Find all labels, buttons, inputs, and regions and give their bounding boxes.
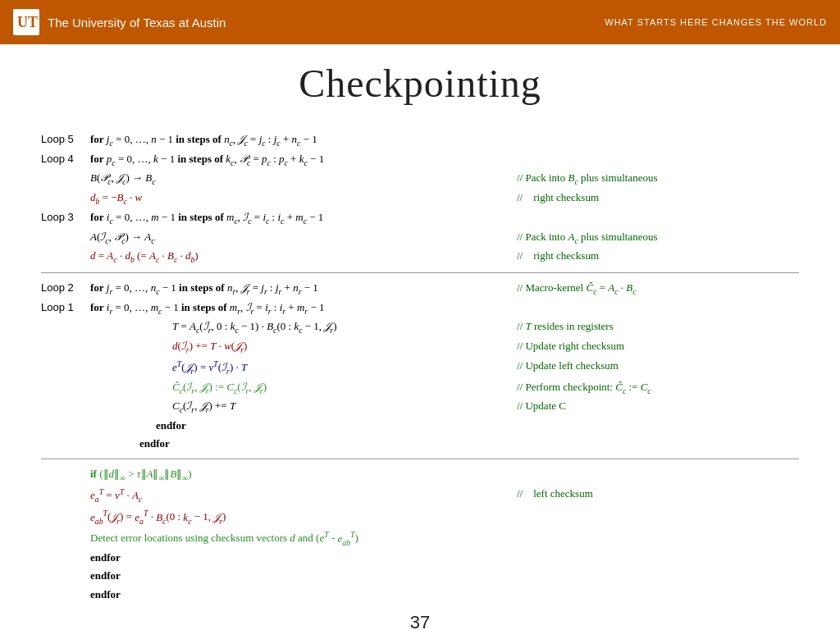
pack-ac-row: A(ℐc, 𝒫c) → Ac // Pack into Ac plus simu… xyxy=(41,228,799,248)
db-comment: // right checksum xyxy=(517,189,799,208)
db-row: db = −Bc · w // right checksum xyxy=(41,189,799,208)
pack-bc-row: B(𝒫c, 𝒥c) → Bc // Pack into Bc plus simu… xyxy=(41,169,799,189)
divider2-row xyxy=(41,453,799,465)
endfor1-code: endfor xyxy=(90,417,517,435)
endfor2-code: endfor xyxy=(90,435,517,453)
d-row: d = Ac · db (= Ac · Bc · db) // right ch… xyxy=(41,247,799,267)
checkpoint-code: Ĉc(ℐr, 𝒥r) := Cc(ℐr, 𝒥r) xyxy=(90,378,517,398)
loop5-comment xyxy=(517,130,799,150)
loop2-code: for jr = 0, …, nc − 1 in steps of nr, 𝒥r… xyxy=(90,279,517,299)
db-code: db = −Bc · w xyxy=(90,189,517,208)
if-row: if (‖d‖∞ > τ‖A‖∞‖B‖∞) xyxy=(41,465,799,485)
algorithm-table: Loop 5 for jc = 0, …, n − 1 in steps of … xyxy=(41,130,799,604)
d-update-row: d(ℐr) += T · w(𝒥r) // Update right check… xyxy=(41,337,799,357)
eab-code: eabT(𝒥r) = eaT · Bc(0 : kc − 1, 𝒥r) xyxy=(90,506,517,527)
detect-code: Detect error locations using checksum ve… xyxy=(90,527,517,549)
ea-comment: // left checksum xyxy=(517,485,799,506)
eab-row: eabT(𝒥r) = eaT · Bc(0 : kc − 1, 𝒥r) xyxy=(41,506,799,527)
T-row: T = Ac(ℐr, 0 : kc − 1) · Bc(0 : kc − 1, … xyxy=(41,317,799,337)
header-left: UT The University of Texas at Austin xyxy=(13,9,226,35)
endfor4-row: endfor xyxy=(41,567,799,585)
ea-row: eaT = vT · Ac // left checksum xyxy=(41,485,799,506)
loop1-label: Loop 1 xyxy=(41,299,90,318)
endfor5-row: endfor xyxy=(41,586,799,604)
loop3-row: Loop 3 for ic = 0, …, m − 1 in steps of … xyxy=(41,208,799,228)
page-title: Checkpointing xyxy=(41,61,799,106)
endfor1-row: endfor xyxy=(41,417,799,435)
pack-ac-code: A(ℐc, 𝒫c) → Ac xyxy=(90,228,517,248)
header-bar: UT The University of Texas at Austin WHA… xyxy=(0,0,840,44)
loop4-row: Loop 4 for pc = 0, …, k − 1 in steps of … xyxy=(41,150,799,170)
loop2-row: Loop 2 for jr = 0, …, nc − 1 in steps of… xyxy=(41,279,799,299)
if-code: if (‖d‖∞ > τ‖A‖∞‖B‖∞) xyxy=(90,465,517,485)
loop1-code: for ir = 0, …, mc − 1 in steps of mr, ℐr… xyxy=(90,299,517,318)
d-code: d = Ac · db (= Ac · Bc · db) xyxy=(90,247,517,267)
divider1-row xyxy=(41,267,799,279)
d-comment: // right checksum xyxy=(517,247,799,267)
detect-row: Detect error locations using checksum ve… xyxy=(41,527,799,549)
loop5-row: Loop 5 for jc = 0, …, n − 1 in steps of … xyxy=(41,130,799,150)
endfor4-code: endfor xyxy=(90,567,517,585)
loop4-comment xyxy=(517,150,799,170)
checkpoint-comment: // Perform checkpoint: Ĉc := Cc xyxy=(517,378,799,398)
pack-ac-comment: // Pack into Ac plus simultaneous xyxy=(517,228,799,248)
loop2-comment: // Macro-kernel Ĉc = Ac · Bc xyxy=(517,279,799,299)
endfor5-code: endfor xyxy=(90,586,517,604)
d-update-code: d(ℐr) += T · w(𝒥r) xyxy=(90,337,517,357)
cc-update-comment: // Update C xyxy=(517,397,799,417)
loop4-label: Loop 4 xyxy=(41,150,90,170)
T-code: T = Ac(ℐr, 0 : kc − 1) · Bc(0 : kc − 1, … xyxy=(90,317,517,337)
loop1-row: Loop 1 for ir = 0, …, mc − 1 in steps of… xyxy=(41,299,799,318)
header-tagline: WHAT STARTS HERE CHANGES THE WORLD xyxy=(605,17,827,27)
pack-bc-comment: // Pack into Bc plus simultaneous xyxy=(517,169,799,189)
ut-logo-icon: UT xyxy=(13,9,39,35)
loop5-code: for jc = 0, …, n − 1 in steps of nc, 𝒥c … xyxy=(90,130,517,150)
loop4-code: for pc = 0, …, k − 1 in steps of kc, 𝒫c … xyxy=(90,150,517,170)
endfor2-row: endfor xyxy=(41,435,799,453)
cc-update-code: Cc(ℐr, 𝒥r) += T xyxy=(90,397,517,417)
main-content: Checkpointing Loop 5 for jc = 0, …, n − … xyxy=(0,44,840,630)
svg-text:UT: UT xyxy=(17,14,38,30)
e-update-row: eT(𝒥r) = vT(ℐr) · T // Update left check… xyxy=(41,357,799,378)
endfor3-row: endfor xyxy=(41,549,799,567)
page-number: 37 xyxy=(41,612,799,630)
loop2-label: Loop 2 xyxy=(41,279,90,299)
cc-update-row: Cc(ℐr, 𝒥r) += T // Update C xyxy=(41,397,799,417)
university-name: The University of Texas at Austin xyxy=(48,16,226,30)
loop3-label: Loop 3 xyxy=(41,208,90,228)
ea-code: eaT = vT · Ac xyxy=(90,485,517,506)
d-update-comment: // Update right checksum xyxy=(517,337,799,357)
e-update-comment: // Update left checksum xyxy=(517,357,799,378)
T-comment: // T resides in registers xyxy=(517,317,799,337)
e-update-code: eT(𝒥r) = vT(ℐr) · T xyxy=(90,357,517,378)
algorithm-content: Loop 5 for jc = 0, …, n − 1 in steps of … xyxy=(41,130,799,604)
loop5-label: Loop 5 xyxy=(41,130,90,150)
pack-bc-code: B(𝒫c, 𝒥c) → Bc xyxy=(90,169,517,189)
checkpoint-row: Ĉc(ℐr, 𝒥r) := Cc(ℐr, 𝒥r) // Perform chec… xyxy=(41,378,799,398)
loop3-code: for ic = 0, …, m − 1 in steps of mc, ℐc … xyxy=(90,208,517,228)
endfor3-code: endfor xyxy=(90,549,517,567)
